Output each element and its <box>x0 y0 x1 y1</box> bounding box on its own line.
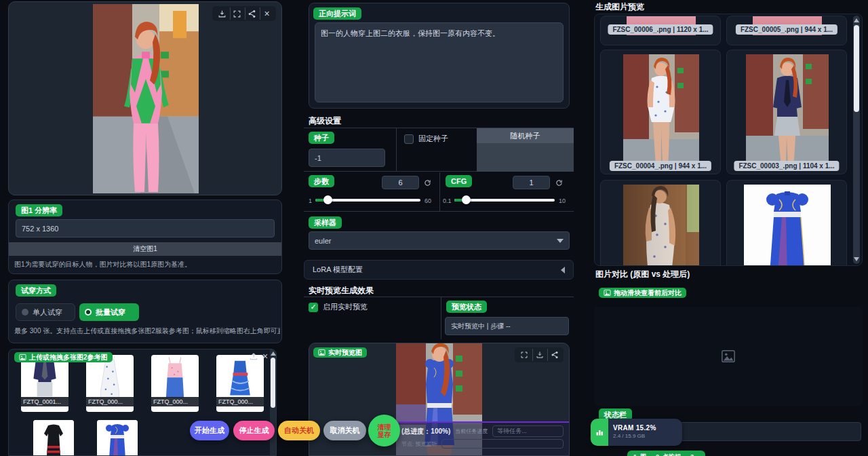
radio-single-tryon[interactable]: 单人试穿 <box>16 303 75 321</box>
radio-batch-tryon[interactable]: 批量试穿 <box>79 303 139 321</box>
chevron-left-icon <box>561 267 565 273</box>
gallery-item-6-caption: FZSC_00006_.png | 1120 x 1... <box>608 24 713 35</box>
steps-max-label: 60 <box>425 197 431 204</box>
gallery-item-2[interactable] <box>600 180 721 266</box>
live-preview-toolbar <box>515 347 564 362</box>
ref-thumb-1[interactable]: FZTQ_0001... <box>21 355 68 412</box>
share-icon[interactable] <box>245 7 258 20</box>
scroll-thumb[interactable] <box>271 358 275 408</box>
gallery-item-5[interactable]: FZSC_00005_.png | 944 x 1... <box>726 16 847 45</box>
download-icon[interactable] <box>532 349 546 361</box>
ref-thumb-3-caption: FZTQ_000... <box>151 397 199 406</box>
image1-hint: 图1为需要试穿的目标人物，图片对比将以图1原图为基准。 <box>14 260 279 269</box>
checkbox-off-icon <box>404 134 414 144</box>
steps-slider-handle[interactable] <box>323 195 332 204</box>
divider <box>439 172 440 212</box>
gallery-item-6[interactable]: FZSC_00006_.png | 1120 x 1... <box>600 16 721 45</box>
progress-task-label: 当前任务进度 <box>455 428 488 435</box>
scroll-down-icon[interactable] <box>854 257 859 261</box>
seed-input[interactable]: -1 <box>309 149 385 167</box>
steps-cfg-row: 步数 6 1 60 CFG 1 0.1 10 <box>304 172 574 212</box>
fullscreen-icon[interactable] <box>517 349 531 361</box>
steps-label: 步数 <box>309 175 334 187</box>
prompt-textarea[interactable]: 图一的人物穿上图二的衣服，保持图一原有内容不变。 <box>315 22 564 102</box>
stop-generate-button[interactable]: 停止生成 <box>233 421 275 440</box>
chevron-down-icon <box>557 239 564 243</box>
ref-thumb-6[interactable] <box>97 420 138 456</box>
radio-single-label: 单人试穿 <box>33 307 62 318</box>
gallery-item-3-photo <box>746 54 829 170</box>
gallery-item-1-photo <box>744 185 831 266</box>
progress-node: 节点: 预览监听 <box>401 440 437 448</box>
upload-icon[interactable] <box>249 352 258 361</box>
clear-image1-button[interactable]: 清空图1 <box>9 242 281 256</box>
gallery-item-4[interactable]: FZSC_00004_.png | 944 x 1... <box>600 50 721 174</box>
steps-slider[interactable] <box>315 199 420 202</box>
preview-status-value[interactable]: 实时预览中 | 步骤 -- <box>445 317 569 335</box>
fixed-seed-label: 固定种子 <box>418 134 448 144</box>
live-preview-badge: 实时预览图 <box>313 347 367 358</box>
steps-hint-badge: 1. 图 → 2. 点按钮 → 3... <box>627 451 705 456</box>
ref-thumb-3[interactable]: FZTQ_000... <box>151 355 199 412</box>
ref-thumb-2[interactable]: FZTQ_000... <box>86 355 134 412</box>
tryon-panel: 试穿方式 单人试穿 批量试穿 最多 300 张。支持点击上传或直接拖拽多张图2服… <box>8 280 282 343</box>
cancel-shutdown-button[interactable]: 取消关机 <box>323 421 366 440</box>
ref-gallery-label: 上传或拖拽多张图2参考图 <box>14 352 113 362</box>
divider <box>304 297 574 297</box>
vram-detail: 2.4 / 15.9 GB <box>613 433 645 439</box>
progress-node-box <box>441 439 564 449</box>
fixed-seed-checkbox[interactable]: 固定种子 <box>404 134 448 144</box>
steps-value[interactable]: 6 <box>382 176 419 189</box>
cfg-slider-handle[interactable] <box>462 195 471 204</box>
image-icon <box>604 289 611 297</box>
start-generate-button[interactable]: 开始生成 <box>190 421 229 440</box>
sampler-dropdown[interactable]: euler <box>309 231 570 250</box>
radio-dot-on <box>85 309 92 316</box>
sampler-label: 采样器 <box>309 216 342 229</box>
seed-label: 种子 <box>309 132 334 144</box>
sampler-value: euler <box>315 237 331 245</box>
share-icon[interactable] <box>547 349 561 361</box>
progress-row2: 节点: 预览监听 <box>396 438 569 449</box>
cfg-value[interactable]: 1 <box>513 176 550 189</box>
gallery-item-3[interactable]: FZSC_00003_.png | 1104 x 1... <box>726 50 847 174</box>
enable-preview-checkbox[interactable]: ✓ 启用实时预览 <box>309 302 368 312</box>
download-icon[interactable] <box>215 7 229 20</box>
ref-gallery-scrollbar[interactable] <box>270 349 276 456</box>
steps-refresh-icon[interactable] <box>420 176 434 189</box>
scroll-thumb[interactable] <box>854 25 859 112</box>
cfg-refresh-icon[interactable] <box>552 176 566 189</box>
fullscreen-icon[interactable] <box>230 7 243 20</box>
vram-widget: VRAM 15.2% 2.4 / 15.9 GB <box>591 419 682 446</box>
progress-overlay: (总进度：100%) 当前任务进度 等待任务... 节点: 预览监听 <box>396 421 569 455</box>
prompt-panel: 正向提示词 图一的人物穿上图二的衣服，保持图一原有内容不变。 <box>309 3 570 109</box>
gallery-item-1[interactable] <box>726 180 847 266</box>
generated-gallery: FZSC_00006_.png | 1120 x 1... FZSC_00005… <box>594 14 863 266</box>
cfg-slider[interactable] <box>454 199 555 202</box>
image1-photo[interactable] <box>93 4 199 193</box>
clear-vram-line2: 显存 <box>378 431 391 438</box>
compare-title: 图片对比 (原图 vs 处理后) <box>595 269 690 280</box>
random-seed-button[interactable]: 随机种子 <box>477 128 574 143</box>
close-icon[interactable]: × <box>260 7 273 20</box>
auto-shutdown-button[interactable]: 自动关机 <box>278 421 320 440</box>
scroll-up-icon[interactable] <box>854 18 859 22</box>
ref-thumb-5[interactable] <box>33 420 74 456</box>
progress-total: (总进度：100%) <box>401 427 450 436</box>
gallery-item-5-caption: FZSC_00005_.png | 944 x 1... <box>736 24 837 35</box>
resolution-input[interactable]: 752 x 1360 <box>16 219 275 238</box>
gallery-close-icon[interactable]: × <box>258 350 272 362</box>
generated-gallery-scrollbar[interactable] <box>853 16 860 264</box>
compare-area[interactable] <box>594 307 863 406</box>
ref-gallery-panel: 上传或拖拽多张图2参考图 × FZTQ_0001... FZTQ_000... … <box>8 349 277 456</box>
random-seed-cell: 随机种子 <box>477 128 574 172</box>
clear-vram-button[interactable]: 清理 显存 <box>368 415 400 446</box>
gallery-item-2-photo <box>623 185 699 266</box>
cfg-max-label: 10 <box>559 197 566 204</box>
ref-thumb-4[interactable]: FZTQ_000... <box>216 355 264 412</box>
progress-waiting: 等待任务... <box>492 425 564 437</box>
image-placeholder-icon <box>721 349 736 364</box>
lora-accordion[interactable]: LoRA 模型配置 <box>304 260 574 280</box>
ref-thumb-1-caption: FZTQ_0001... <box>21 397 68 406</box>
enable-preview-label: 启用实时预览 <box>323 302 368 312</box>
